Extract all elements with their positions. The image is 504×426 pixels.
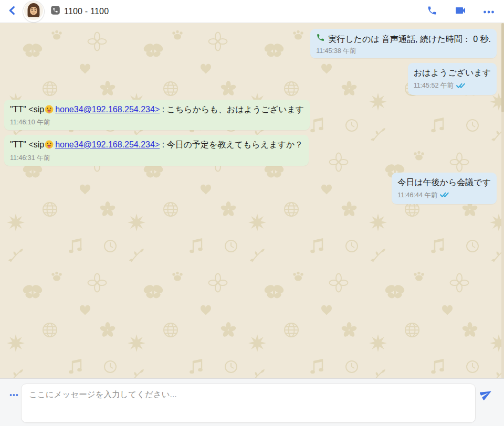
page-title: 1100 - 1100 bbox=[64, 7, 109, 16]
message-row: おはようございます 11:45:52 午前 bbox=[4, 63, 497, 94]
conversation-title-group: 1100 - 1100 bbox=[50, 5, 109, 17]
sender-prefix: "TT" <sip bbox=[10, 105, 44, 114]
read-double-check-icon bbox=[456, 80, 465, 92]
ellipsis-icon bbox=[9, 389, 18, 399]
audio-call-button[interactable] bbox=[425, 5, 439, 18]
call-event-bubble: 実行したのは 音声通話, 続けた時間： 0 秒. 11:45:38 午前 bbox=[310, 29, 497, 58]
zany-face-emoji-icon bbox=[45, 105, 54, 117]
video-camera-icon bbox=[454, 4, 467, 19]
message-text: : こちらからも、おはようございます bbox=[160, 105, 304, 114]
message-text: : 今日の予定を教えてもらえますか？ bbox=[160, 140, 303, 149]
message-row: "TT" <siphone34@192.168.254.234> : 今日の予定… bbox=[4, 135, 497, 165]
message-text: おはようございます bbox=[414, 67, 491, 79]
call-event-text: 実行したのは 音声通話, 続けた時間： 0 秒. bbox=[328, 34, 491, 45]
message-input[interactable] bbox=[21, 384, 476, 423]
composer-more-button[interactable] bbox=[6, 389, 21, 399]
conversation-menu-button[interactable] bbox=[482, 5, 496, 18]
message-text: 今日は午後から会議です bbox=[397, 177, 491, 188]
header-bar: 1100 - 1100 bbox=[0, 0, 504, 23]
outgoing-message-bubble: おはようございます 11:45:52 午前 bbox=[408, 63, 497, 94]
send-button[interactable] bbox=[476, 388, 497, 402]
scrollbar-thumb[interactable] bbox=[501, 23, 504, 112]
incoming-message-bubble: "TT" <siphone34@192.168.254.234> : こちらから… bbox=[4, 100, 310, 130]
message-row: "TT" <siphone34@192.168.254.234> : こちらから… bbox=[4, 100, 497, 130]
sip-address-link[interactable]: hone34@192.168.254.234> bbox=[55, 140, 160, 149]
paper-plane-icon bbox=[480, 388, 492, 402]
read-double-check-icon bbox=[440, 189, 449, 201]
chevron-left-icon bbox=[7, 5, 18, 18]
message-timestamp: 11:46:10 午前 bbox=[10, 118, 50, 127]
composer-bar bbox=[0, 378, 504, 426]
chat-area: 実行したのは 音声通話, 続けた時間： 0 秒. 11:45:38 午前 おはよ… bbox=[0, 23, 504, 378]
zany-face-emoji-icon bbox=[45, 140, 54, 152]
incoming-message-bubble: "TT" <siphone34@192.168.254.234> : 今日の予定… bbox=[4, 135, 309, 165]
contact-avatar[interactable] bbox=[23, 1, 44, 22]
chat-scrollbar[interactable] bbox=[501, 23, 504, 378]
avatar-person-image bbox=[24, 1, 43, 22]
sip-address-link[interactable]: hone34@192.168.254.234> bbox=[55, 105, 160, 114]
ellipsis-icon bbox=[483, 7, 495, 16]
message-timestamp: 11:46:44 午前 bbox=[397, 191, 437, 200]
chat-app-window: 1100 - 1100 bbox=[0, 0, 504, 426]
phone-badge-icon bbox=[50, 5, 60, 17]
message-timestamp: 11:46:31 午前 bbox=[10, 154, 50, 163]
phone-icon bbox=[427, 5, 437, 18]
back-button[interactable] bbox=[5, 4, 20, 19]
outgoing-message-bubble: 今日は午後から会議です 11:46:44 午前 bbox=[392, 173, 497, 204]
video-call-button[interactable] bbox=[454, 5, 467, 18]
message-timestamp: 11:45:38 午前 bbox=[316, 47, 356, 56]
header-actions bbox=[425, 5, 496, 18]
message-timestamp: 11:45:52 午前 bbox=[414, 81, 454, 90]
message-list: 実行したのは 音声通話, 続けた時間： 0 秒. 11:45:38 午前 おはよ… bbox=[0, 23, 504, 204]
sender-prefix: "TT" <sip bbox=[10, 140, 44, 149]
message-row: 今日は午後から会議です 11:46:44 午前 bbox=[4, 173, 497, 204]
message-row: 実行したのは 音声通話, 続けた時間： 0 秒. 11:45:38 午前 bbox=[4, 29, 497, 58]
call-phone-icon bbox=[316, 33, 325, 45]
